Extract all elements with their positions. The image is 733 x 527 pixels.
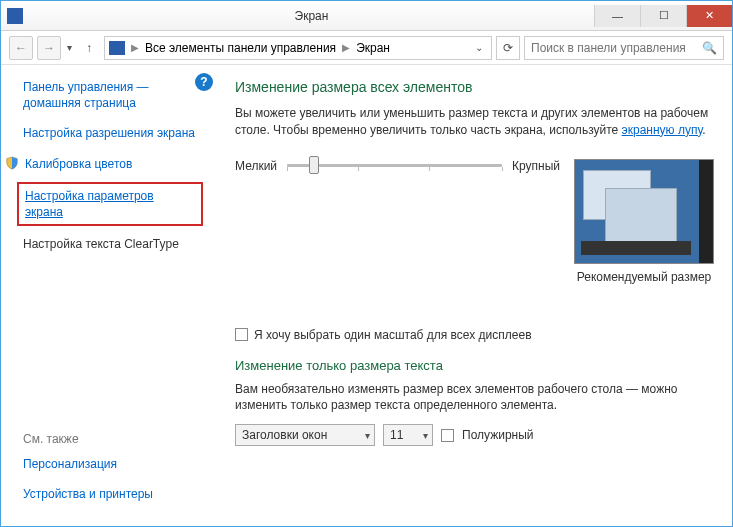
seealso-heading: См. также bbox=[23, 432, 197, 446]
chevron-right-icon: ▶ bbox=[131, 42, 139, 53]
maximize-button[interactable]: ☐ bbox=[640, 5, 686, 27]
element-select[interactable]: Заголовки окон bbox=[235, 424, 375, 446]
breadcrumb-dropdown[interactable]: ⌄ bbox=[471, 42, 487, 53]
nav-history-dropdown[interactable]: ▾ bbox=[67, 42, 72, 53]
shield-icon bbox=[5, 156, 19, 170]
slider-min-label: Мелкий bbox=[235, 159, 277, 173]
help-icon[interactable]: ? bbox=[195, 73, 213, 91]
section-heading-textsize: Изменение только размера текста bbox=[235, 358, 714, 373]
nav-forward-button[interactable]: → bbox=[37, 36, 61, 60]
breadcrumb-item[interactable]: Экран bbox=[356, 41, 390, 55]
sidebar-link-home[interactable]: Панель управления — домашняя страница bbox=[23, 79, 197, 111]
breadcrumb-item[interactable]: Все элементы панели управления bbox=[145, 41, 336, 55]
slider-max-label: Крупный bbox=[512, 159, 560, 173]
bold-checkbox[interactable] bbox=[441, 429, 454, 442]
search-input[interactable] bbox=[525, 41, 696, 55]
search-icon: 🔍 bbox=[696, 41, 723, 55]
search-box[interactable]: 🔍 bbox=[524, 36, 724, 60]
fontsize-select[interactable]: 11 bbox=[383, 424, 433, 446]
textsize-description: Вам необязательно изменять размер всех э… bbox=[235, 381, 714, 415]
sidebar-link-resolution[interactable]: Настройка разрешения экрана bbox=[23, 125, 197, 141]
chevron-right-icon: ▶ bbox=[342, 42, 350, 53]
sidebar-link-display-params[interactable]: Настройка параметров экрана bbox=[25, 188, 195, 220]
sidebar-link-calibration[interactable]: Калибровка цветов bbox=[25, 156, 132, 172]
sidebar-link-devices[interactable]: Устройства и принтеры bbox=[23, 486, 197, 502]
highlight-annotation: Настройка параметров экрана bbox=[17, 182, 203, 226]
bold-label: Полужирный bbox=[462, 428, 534, 442]
nav-back-button[interactable]: ← bbox=[9, 36, 33, 60]
app-icon bbox=[7, 8, 23, 24]
main-description: Вы можете увеличить или уменьшить размер… bbox=[235, 105, 714, 139]
control-panel-icon bbox=[109, 41, 125, 55]
sidebar-link-cleartype[interactable]: Настройка текста ClearType bbox=[23, 236, 197, 252]
preview-image bbox=[574, 159, 714, 264]
close-button[interactable]: ✕ bbox=[686, 5, 732, 27]
titlebar: Экран — ☐ ✕ bbox=[1, 1, 732, 31]
navbar: ← → ▾ ↑ ▶ Все элементы панели управления… bbox=[1, 31, 732, 65]
sidebar-link-personalization[interactable]: Персонализация bbox=[23, 456, 197, 472]
preview-caption: Рекомендуемый размер bbox=[577, 270, 712, 284]
minimize-button[interactable]: — bbox=[594, 5, 640, 27]
main-content: Изменение размера всех элементов Вы може… bbox=[211, 65, 732, 526]
sidebar: ? Панель управления — домашняя страница … bbox=[1, 65, 211, 526]
main-heading: Изменение размера всех элементов bbox=[235, 79, 714, 95]
single-scale-label: Я хочу выбрать один масштаб для всех дис… bbox=[254, 328, 532, 342]
breadcrumb[interactable]: ▶ Все элементы панели управления ▶ Экран… bbox=[104, 36, 492, 60]
nav-up-button[interactable]: ↑ bbox=[78, 36, 100, 60]
single-scale-checkbox[interactable] bbox=[235, 328, 248, 341]
slider-thumb[interactable] bbox=[309, 156, 319, 174]
size-slider[interactable] bbox=[287, 164, 502, 167]
window-title: Экран bbox=[29, 9, 594, 23]
magnifier-link[interactable]: экранную лупу bbox=[622, 123, 703, 137]
refresh-button[interactable]: ⟳ bbox=[496, 36, 520, 60]
